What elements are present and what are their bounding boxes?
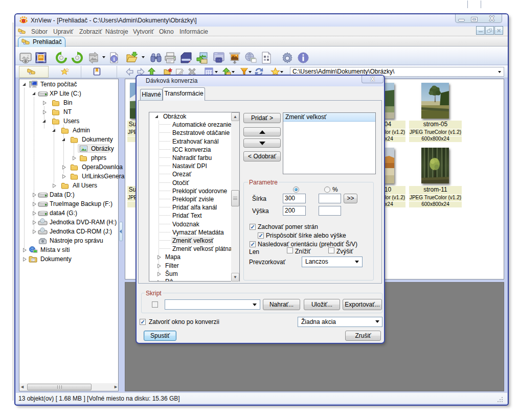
svg-text:i: i xyxy=(113,56,115,62)
